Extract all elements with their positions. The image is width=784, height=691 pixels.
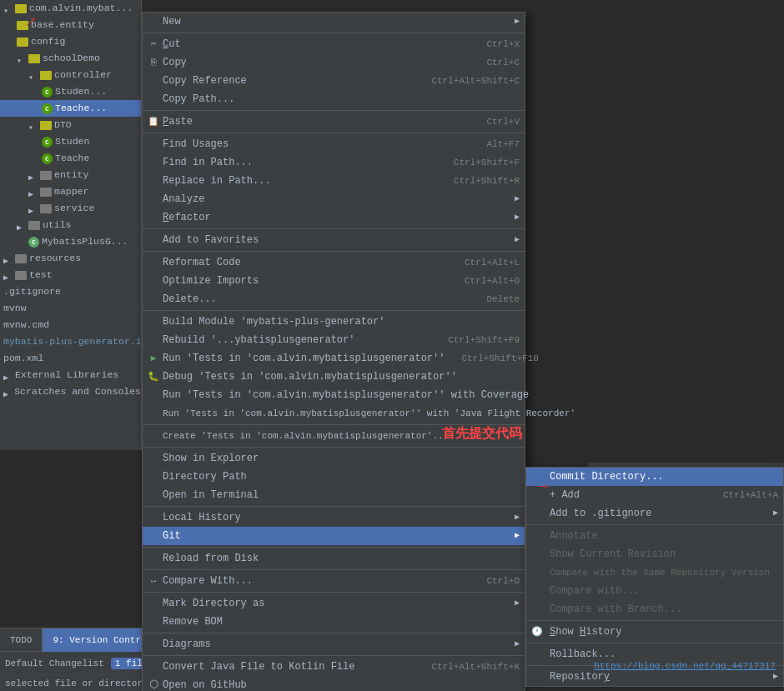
shortcut: Ctrl+D xyxy=(486,572,520,590)
menu-item-diagrams[interactable]: Diagrams ▶ xyxy=(143,635,525,653)
submenu-item-add-gitignore[interactable]: Add to .gitignore ▶ xyxy=(526,504,783,523)
menu-item-label: Commit Directory... xyxy=(550,468,664,486)
menu-item-label: Debug 'Tests in 'com.alvin.mybatisplusge… xyxy=(163,368,457,386)
submenu-item-show-revision[interactable]: Show Current Revision xyxy=(526,545,783,563)
sidebar-item-resources[interactable]: ▶ resources xyxy=(0,250,141,267)
submenu-arrow: ▶ xyxy=(515,635,520,653)
sidebar-item-config[interactable]: config xyxy=(0,33,141,50)
menu-item-label: Show History xyxy=(550,623,621,641)
tab-label: 9: Version Control xyxy=(53,635,152,645)
sidebar-item-mvnw[interactable]: mvnw xyxy=(0,300,141,317)
sidebar-item-label: DTO xyxy=(54,117,72,133)
compare-icon: ↔ xyxy=(148,572,159,590)
sidebar-item-test[interactable]: ▶ test xyxy=(0,267,141,283)
sidebar-item-label: Studen xyxy=(55,133,89,150)
sidebar-item-student[interactable]: C Studen... xyxy=(0,83,141,100)
submenu-item-compare-with[interactable]: Compare with... xyxy=(526,582,783,600)
menu-item-git[interactable]: Git ▶ xyxy=(143,527,525,545)
menu-item-mark-dir[interactable]: Mark Directory as ▶ xyxy=(143,594,525,613)
menu-item-label: Local History xyxy=(163,508,241,527)
expand-icon: ▾ xyxy=(28,70,38,80)
sidebar-item-label: Scratches and Consoles xyxy=(14,383,141,400)
sidebar-item-mybatisir[interactable]: mybatis-plus-generator.ir... xyxy=(0,333,141,350)
menu-item-debug-tests[interactable]: 🐛 Debug 'Tests in 'com.alvin.mybatisplus… xyxy=(143,368,525,386)
folder-icon xyxy=(40,171,52,180)
menu-item-reload[interactable]: Reload from Disk xyxy=(143,549,525,568)
menu-item-analyze[interactable]: Analyze ▶ xyxy=(143,190,525,208)
menu-item-build-module[interactable]: Build Module 'mybatis-plus-generator' xyxy=(143,313,525,331)
menu-item-add-favorites[interactable]: Add to Favorites ▶ xyxy=(143,231,525,249)
sidebar-item-teacher[interactable]: C Teache... xyxy=(0,100,141,117)
sidebar-item-external-libs[interactable]: ▶ External Libraries xyxy=(0,367,141,383)
sidebar-item-service[interactable]: ▶ service xyxy=(0,200,141,217)
menu-item-replace-in-path[interactable]: Replace in Path... Ctrl+Shift+R xyxy=(143,172,525,190)
context-menu: New ▶ ✂ Cut Ctrl+X ⎘ Copy Ctrl+C Copy Re… xyxy=(142,12,525,691)
sidebar-item-utils[interactable]: ▶ utils xyxy=(0,217,141,233)
sidebar-item-mvnwcmd[interactable]: mvnw.cmd xyxy=(0,317,141,333)
sidebar-item-label: mapper xyxy=(54,183,88,200)
menu-item-show-in-explorer[interactable]: Show in Explorer xyxy=(143,449,525,468)
csdn-link[interactable]: https://blog.csdn.net/qq_44717317 xyxy=(594,661,776,671)
shortcut: Ctrl+Shift+F9 xyxy=(448,331,520,349)
menu-item-reformat[interactable]: Reformat Code Ctrl+Alt+L xyxy=(143,253,525,272)
sidebar-item-schoolDemo[interactable]: ▾ schoolDemo xyxy=(0,50,141,67)
menu-item-refactor[interactable]: Refactor ▶ xyxy=(143,208,525,227)
menu-item-rebuild[interactable]: Rebuild '...ybatisplusgenerator' Ctrl+Sh… xyxy=(143,331,525,349)
menu-item-label: Delete... xyxy=(163,290,217,308)
sidebar-item-label: schoolDemo xyxy=(43,50,100,67)
submenu-item-commit-dir[interactable]: Commit Directory... xyxy=(526,468,783,486)
menu-item-cut[interactable]: ✂ Cut Ctrl+X xyxy=(143,35,525,53)
sidebar-item-scratches[interactable]: ▶ Scratches and Consoles xyxy=(0,383,141,400)
sidebar-item-pomxml[interactable]: pom.xml xyxy=(0,350,141,367)
menu-separator xyxy=(143,506,525,507)
tab-todo[interactable]: TODO xyxy=(0,628,43,652)
menu-item-new[interactable]: New ▶ xyxy=(143,13,525,31)
menu-item-remove-bom[interactable]: Remove BOM xyxy=(143,613,525,631)
sidebar-item-mapper[interactable]: ▶ mapper xyxy=(0,183,141,200)
folder-icon xyxy=(15,254,27,263)
menu-separator xyxy=(143,655,525,656)
menu-item-label: Run 'Tests in 'com.alvin.mybatisplusgene… xyxy=(163,404,575,423)
sidebar-item-teacherdto[interactable]: C Teache xyxy=(0,150,141,167)
menu-separator xyxy=(143,592,525,593)
menu-separator xyxy=(143,633,525,633)
menu-item-convert-kotlin[interactable]: Convert Java File to Kotlin File Ctrl+Al… xyxy=(143,658,525,676)
sidebar-item-entity[interactable]: ▶ entity xyxy=(0,167,141,183)
menu-item-label: Compare With... xyxy=(163,572,253,590)
menu-item-label: Remove BOM xyxy=(163,613,223,631)
sidebar-item-studentdto[interactable]: C Studen xyxy=(0,133,141,150)
menu-item-copy[interactable]: ⎘ Copy Ctrl+C xyxy=(143,53,525,72)
class-icon: C xyxy=(42,87,53,98)
menu-item-copy-path[interactable]: Copy Path... xyxy=(143,90,525,108)
menu-item-find-usages[interactable]: Find Usages Alt+F7 xyxy=(143,135,525,153)
menu-item-label: Optimize Imports xyxy=(163,272,259,290)
sidebar-item-gitignore[interactable]: .gitignore xyxy=(0,283,141,300)
menu-item-label: + Add xyxy=(550,486,580,504)
menu-item-directory-path[interactable]: Directory Path xyxy=(143,468,525,486)
sidebar-item-mybatisplusg[interactable]: C MybatisPlusG... xyxy=(0,233,141,250)
submenu-item-add[interactable]: + Add Ctrl+Alt+A xyxy=(526,486,783,504)
submenu-item-compare-repo[interactable]: Compare with the Same Repository Version xyxy=(526,563,783,582)
menu-item-open-terminal[interactable]: Open in Terminal xyxy=(143,486,525,504)
sidebar-item-label: service xyxy=(54,200,94,217)
menu-item-optimize-imports[interactable]: Optimize Imports Ctrl+Alt+O xyxy=(143,272,525,290)
submenu-item-show-history[interactable]: 🕐 Show History xyxy=(526,623,783,641)
menu-item-delete[interactable]: Delete... Delete xyxy=(143,290,525,308)
sidebar-item-com[interactable]: ▾ com.alvin.mybat... xyxy=(0,0,141,17)
menu-item-paste[interactable]: 📋 Paste Ctrl+V xyxy=(143,113,525,131)
menu-item-open-github[interactable]: ⬡ Open on GitHub xyxy=(143,676,525,691)
menu-item-run-tests[interactable]: ▶ Run 'Tests in 'com.alvin.mybatisplusge… xyxy=(143,349,525,368)
menu-item-run-flight[interactable]: Run 'Tests in 'com.alvin.mybatisplusgene… xyxy=(143,404,525,423)
submenu-arrow: ▶ xyxy=(515,208,520,227)
shortcut: Ctrl+Alt+A xyxy=(723,486,778,504)
sidebar-item-dto[interactable]: ▾ DTO xyxy=(0,117,141,133)
menu-item-run-coverage[interactable]: Run 'Tests in 'com.alvin.mybatisplusgene… xyxy=(143,386,525,404)
menu-item-local-history[interactable]: Local History ▶ xyxy=(143,508,525,527)
menu-item-compare-with[interactable]: ↔ Compare With... Ctrl+D xyxy=(143,572,525,590)
menu-item-find-in-path[interactable]: Find in Path... Ctrl+Shift+F xyxy=(143,153,525,172)
menu-separator xyxy=(143,110,525,111)
submenu-item-compare-branch[interactable]: Compare with Branch... xyxy=(526,600,783,618)
sidebar-item-controller[interactable]: ▾ controller xyxy=(0,67,141,83)
submenu-item-annotate[interactable]: Annotate xyxy=(526,527,783,545)
menu-item-copy-reference[interactable]: Copy Reference Ctrl+Alt+Shift+C xyxy=(143,72,525,90)
